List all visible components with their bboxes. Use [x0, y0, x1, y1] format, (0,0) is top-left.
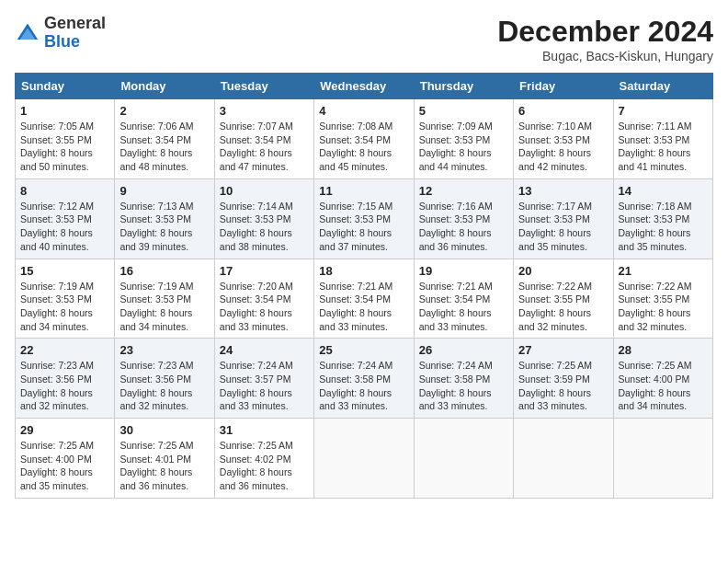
calendar-week-1: 1 Sunrise: 7:05 AM Sunset: 3:55 PM Dayli…: [16, 99, 713, 179]
calendar-cell: 16 Sunrise: 7:19 AM Sunset: 3:53 PM Dayl…: [115, 259, 214, 339]
day-number: 14: [619, 184, 708, 198]
day-info: Sunrise: 7:11 AM Sunset: 3:53 PM Dayligh…: [619, 120, 708, 174]
calendar-cell: 2 Sunrise: 7:06 AM Sunset: 3:54 PM Dayli…: [115, 99, 214, 179]
day-number: 12: [419, 184, 508, 198]
calendar-cell: 30 Sunrise: 7:25 AM Sunset: 4:01 PM Dayl…: [115, 419, 214, 499]
day-number: 10: [220, 184, 309, 198]
day-info: Sunrise: 7:23 AM Sunset: 3:56 PM Dayligh…: [119, 359, 209, 413]
day-number: 5: [419, 104, 508, 118]
day-info: Sunrise: 7:20 AM Sunset: 3:54 PM Dayligh…: [220, 280, 309, 334]
day-info: Sunrise: 7:08 AM Sunset: 3:54 PM Dayligh…: [319, 120, 408, 174]
calendar-cell: 3 Sunrise: 7:07 AM Sunset: 3:54 PM Dayli…: [214, 99, 313, 179]
day-number: 25: [319, 343, 408, 357]
day-info: Sunrise: 7:25 AM Sunset: 4:00 PM Dayligh…: [619, 359, 708, 413]
day-info: Sunrise: 7:16 AM Sunset: 3:53 PM Dayligh…: [419, 200, 508, 254]
day-number: 23: [119, 343, 209, 357]
day-info: Sunrise: 7:22 AM Sunset: 3:55 PM Dayligh…: [619, 280, 708, 334]
calendar-cell: 25 Sunrise: 7:24 AM Sunset: 3:58 PM Dayl…: [314, 339, 414, 419]
day-number: 15: [20, 264, 109, 278]
calendar-cell: 22 Sunrise: 7:23 AM Sunset: 3:56 PM Dayl…: [16, 339, 115, 419]
calendar-week-4: 22 Sunrise: 7:23 AM Sunset: 3:56 PM Dayl…: [16, 339, 713, 419]
day-number: 20: [518, 264, 608, 278]
calendar-cell: 23 Sunrise: 7:23 AM Sunset: 3:56 PM Dayl…: [115, 339, 214, 419]
day-number: 28: [619, 343, 708, 357]
calendar-cell: 12 Sunrise: 7:16 AM Sunset: 3:53 PM Dayl…: [414, 178, 513, 259]
calendar-cell: 5 Sunrise: 7:09 AM Sunset: 3:53 PM Dayli…: [414, 99, 513, 179]
day-number: 26: [419, 343, 508, 357]
calendar-cell: 4 Sunrise: 7:08 AM Sunset: 3:54 PM Dayli…: [314, 99, 414, 179]
day-info: Sunrise: 7:25 AM Sunset: 3:59 PM Dayligh…: [518, 359, 608, 413]
day-info: Sunrise: 7:18 AM Sunset: 3:53 PM Dayligh…: [619, 200, 708, 254]
header-saturday: Saturday: [613, 74, 712, 99]
calendar-week-3: 15 Sunrise: 7:19 AM Sunset: 3:53 PM Dayl…: [16, 259, 713, 339]
day-info: Sunrise: 7:24 AM Sunset: 3:58 PM Dayligh…: [419, 359, 508, 413]
day-number: 8: [20, 184, 109, 198]
calendar-cell: 14 Sunrise: 7:18 AM Sunset: 3:53 PM Dayl…: [613, 178, 712, 259]
day-info: Sunrise: 7:10 AM Sunset: 3:53 PM Dayligh…: [518, 120, 608, 174]
calendar-cell: 26 Sunrise: 7:24 AM Sunset: 3:58 PM Dayl…: [414, 339, 513, 419]
logo: General Blue: [15, 15, 106, 52]
calendar-cell: [314, 419, 414, 499]
calendar-cell: 27 Sunrise: 7:25 AM Sunset: 3:59 PM Dayl…: [514, 339, 613, 419]
day-info: Sunrise: 7:19 AM Sunset: 3:53 PM Dayligh…: [119, 280, 209, 334]
calendar-cell: 17 Sunrise: 7:20 AM Sunset: 3:54 PM Dayl…: [214, 259, 313, 339]
calendar-header-row: SundayMondayTuesdayWednesdayThursdayFrid…: [16, 74, 713, 99]
day-number: 18: [319, 264, 408, 278]
calendar-table: SundayMondayTuesdayWednesdayThursdayFrid…: [15, 73, 713, 499]
day-number: 3: [220, 104, 309, 118]
calendar-cell: 28 Sunrise: 7:25 AM Sunset: 4:00 PM Dayl…: [613, 339, 712, 419]
calendar-cell: 29 Sunrise: 7:25 AM Sunset: 4:00 PM Dayl…: [16, 419, 115, 499]
day-number: 16: [119, 264, 209, 278]
calendar-week-2: 8 Sunrise: 7:12 AM Sunset: 3:53 PM Dayli…: [16, 178, 713, 259]
calendar-cell: 11 Sunrise: 7:15 AM Sunset: 3:53 PM Dayl…: [314, 178, 414, 259]
day-number: 27: [518, 343, 608, 357]
day-info: Sunrise: 7:25 AM Sunset: 4:01 PM Dayligh…: [119, 439, 209, 493]
day-info: Sunrise: 7:21 AM Sunset: 3:54 PM Dayligh…: [419, 280, 508, 334]
day-number: 19: [419, 264, 508, 278]
day-number: 13: [518, 184, 608, 198]
title-block: December 2024 Bugac, Bacs-Kiskun, Hungar…: [497, 15, 713, 63]
header-tuesday: Tuesday: [214, 74, 313, 99]
logo-text: General Blue: [44, 15, 106, 52]
header-monday: Monday: [115, 74, 214, 99]
day-number: 7: [619, 104, 708, 118]
header-sunday: Sunday: [16, 74, 115, 99]
calendar-cell: 19 Sunrise: 7:21 AM Sunset: 3:54 PM Dayl…: [414, 259, 513, 339]
day-number: 30: [119, 423, 209, 437]
calendar-cell: 21 Sunrise: 7:22 AM Sunset: 3:55 PM Dayl…: [613, 259, 712, 339]
day-info: Sunrise: 7:15 AM Sunset: 3:53 PM Dayligh…: [319, 200, 408, 254]
day-info: Sunrise: 7:05 AM Sunset: 3:55 PM Dayligh…: [20, 120, 109, 174]
calendar-cell: [514, 419, 613, 499]
calendar-cell: 10 Sunrise: 7:14 AM Sunset: 3:53 PM Dayl…: [214, 178, 313, 259]
calendar-cell: [613, 419, 712, 499]
day-info: Sunrise: 7:22 AM Sunset: 3:55 PM Dayligh…: [518, 280, 608, 334]
day-info: Sunrise: 7:25 AM Sunset: 4:00 PM Dayligh…: [20, 439, 109, 493]
day-number: 9: [119, 184, 209, 198]
day-number: 4: [319, 104, 408, 118]
day-info: Sunrise: 7:06 AM Sunset: 3:54 PM Dayligh…: [119, 120, 209, 174]
day-info: Sunrise: 7:24 AM Sunset: 3:57 PM Dayligh…: [220, 359, 309, 413]
day-info: Sunrise: 7:13 AM Sunset: 3:53 PM Dayligh…: [119, 200, 209, 254]
header-wednesday: Wednesday: [314, 74, 414, 99]
header-friday: Friday: [514, 74, 613, 99]
calendar-cell: 6 Sunrise: 7:10 AM Sunset: 3:53 PM Dayli…: [514, 99, 613, 179]
day-number: 1: [20, 104, 109, 118]
calendar-cell: 7 Sunrise: 7:11 AM Sunset: 3:53 PM Dayli…: [613, 99, 712, 179]
day-info: Sunrise: 7:24 AM Sunset: 3:58 PM Dayligh…: [319, 359, 408, 413]
day-number: 6: [518, 104, 608, 118]
day-number: 17: [220, 264, 309, 278]
day-info: Sunrise: 7:09 AM Sunset: 3:53 PM Dayligh…: [419, 120, 508, 174]
calendar-cell: 13 Sunrise: 7:17 AM Sunset: 3:53 PM Dayl…: [514, 178, 613, 259]
day-info: Sunrise: 7:07 AM Sunset: 3:54 PM Dayligh…: [220, 120, 309, 174]
calendar-cell: 15 Sunrise: 7:19 AM Sunset: 3:53 PM Dayl…: [16, 259, 115, 339]
calendar-cell: 20 Sunrise: 7:22 AM Sunset: 3:55 PM Dayl…: [514, 259, 613, 339]
calendar-cell: 31 Sunrise: 7:25 AM Sunset: 4:02 PM Dayl…: [214, 419, 313, 499]
day-info: Sunrise: 7:12 AM Sunset: 3:53 PM Dayligh…: [20, 200, 109, 254]
page-header: General Blue December 2024 Bugac, Bacs-K…: [15, 15, 713, 63]
calendar-week-5: 29 Sunrise: 7:25 AM Sunset: 4:00 PM Dayl…: [16, 419, 713, 499]
day-info: Sunrise: 7:23 AM Sunset: 3:56 PM Dayligh…: [20, 359, 109, 413]
day-info: Sunrise: 7:25 AM Sunset: 4:02 PM Dayligh…: [220, 439, 309, 493]
header-thursday: Thursday: [414, 74, 513, 99]
day-info: Sunrise: 7:14 AM Sunset: 3:53 PM Dayligh…: [220, 200, 309, 254]
day-info: Sunrise: 7:19 AM Sunset: 3:53 PM Dayligh…: [20, 280, 109, 334]
